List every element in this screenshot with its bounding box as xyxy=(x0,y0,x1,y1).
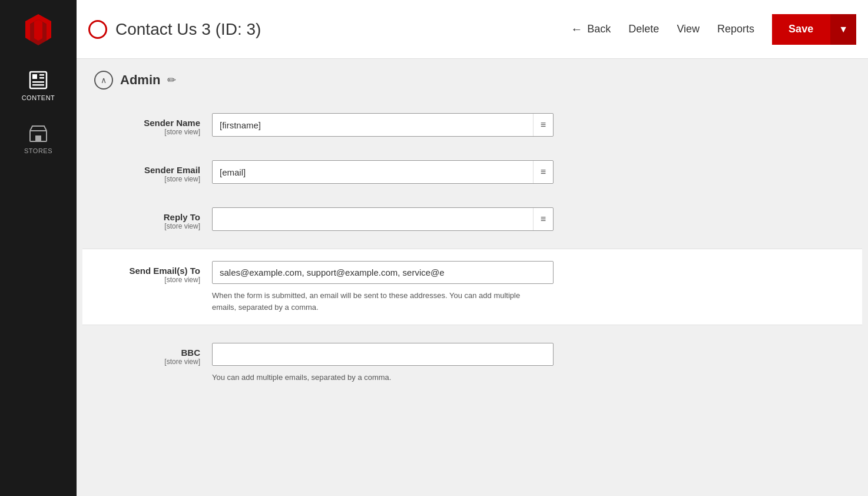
form-field-send-emails-to: When the form is submitted, an email wil… xyxy=(212,261,554,313)
collapse-icon: ∧ xyxy=(101,75,107,85)
sidebar-item-content-label: CONTENT xyxy=(22,94,55,101)
input-wrap-sender-name: ≡ xyxy=(212,113,554,137)
main-area: Contact Us 3 (ID: 3) ← Back Delete View … xyxy=(77,0,868,496)
input-sender-name[interactable] xyxy=(213,114,533,136)
input-menu-icon-sender-name[interactable]: ≡ xyxy=(533,114,553,136)
label-sub-sender-email: [store view] xyxy=(94,175,200,183)
form-label-sender-email: Sender Email[store view] xyxy=(94,160,212,183)
input-send-emails-to[interactable] xyxy=(213,262,553,283)
header: Contact Us 3 (ID: 3) ← Back Delete View … xyxy=(77,0,868,59)
label-main-bbc: BBC xyxy=(94,348,200,358)
form-label-bbc: BBC[store view] xyxy=(94,343,212,366)
page-title: Contact Us 3 (ID: 3) xyxy=(115,20,571,39)
form-row-reply-to: Reply To[store view]≡ xyxy=(94,201,850,237)
svg-rect-4 xyxy=(32,74,37,79)
form-row-sender-name: Sender Name[store view]≡ xyxy=(94,107,850,143)
form-container: Sender Name[store view]≡Sender Email[sto… xyxy=(94,107,850,389)
form-field-bbc: You can add multiple emails, separated b… xyxy=(212,343,554,383)
form-label-send-emails-to: Send Email(s) To[store view] xyxy=(94,261,212,284)
header-actions: ← Back Delete View Reports Save ▼ xyxy=(571,14,856,45)
status-icon xyxy=(88,20,107,39)
form-field-sender-email: ≡ xyxy=(212,160,554,184)
sidebar-item-content[interactable]: CONTENT xyxy=(0,59,77,112)
input-menu-icon-reply-to[interactable]: ≡ xyxy=(533,208,553,230)
sidebar-item-stores-label: STORES xyxy=(24,147,52,154)
section-header: ∧ Admin ✏ xyxy=(94,71,850,90)
input-menu-icon-sender-email[interactable]: ≡ xyxy=(533,161,553,183)
content-area: ∧ Admin ✏ Sender Name[store view]≡Sender… xyxy=(77,59,868,496)
form-row-sender-email: Sender Email[store view]≡ xyxy=(94,154,850,190)
reports-button[interactable]: Reports xyxy=(717,23,754,35)
back-arrow-icon: ← xyxy=(571,22,582,36)
svg-marker-2 xyxy=(34,19,42,41)
edit-icon[interactable]: ✏ xyxy=(167,74,176,87)
form-row-bbc: BBC[store view]You can add multiple emai… xyxy=(94,337,850,389)
save-dropdown-button[interactable]: ▼ xyxy=(830,14,856,45)
save-button-group: Save ▼ xyxy=(772,14,856,45)
svg-rect-7 xyxy=(32,81,44,83)
sidebar-item-stores[interactable]: STORES xyxy=(0,112,77,165)
svg-rect-10 xyxy=(35,135,41,141)
form-label-sender-name: Sender Name[store view] xyxy=(94,113,212,136)
back-button[interactable]: ← Back xyxy=(571,22,611,36)
label-sub-send-emails-to: [store view] xyxy=(94,276,200,284)
delete-button[interactable]: Delete xyxy=(628,23,659,35)
input-wrap-reply-to: ≡ xyxy=(212,207,554,231)
input-bbc[interactable] xyxy=(213,343,553,365)
save-button[interactable]: Save xyxy=(772,14,830,45)
input-wrap-send-emails-to xyxy=(212,261,554,284)
magento-logo-icon xyxy=(21,12,56,47)
form-field-sender-name: ≡ xyxy=(212,113,554,137)
label-sub-reply-to: [store view] xyxy=(94,222,200,230)
form-help-bbc: You can add multiple emails, separated b… xyxy=(212,372,542,383)
stores-icon xyxy=(28,123,49,144)
input-reply-to[interactable] xyxy=(213,209,533,230)
form-help-send-emails-to: When the form is submitted, an email wil… xyxy=(212,290,542,313)
label-main-sender-name: Sender Name xyxy=(94,118,200,128)
form-field-reply-to: ≡ xyxy=(212,207,554,231)
form-row-send-emails-to: Send Email(s) To[store view]When the for… xyxy=(82,249,862,325)
label-main-sender-email: Sender Email xyxy=(94,165,200,175)
content-icon xyxy=(28,70,49,91)
sidebar-logo xyxy=(0,0,77,59)
chevron-down-icon: ▼ xyxy=(839,24,848,34)
input-wrap-bbc xyxy=(212,343,554,366)
form-label-reply-to: Reply To[store view] xyxy=(94,207,212,230)
label-sub-sender-name: [store view] xyxy=(94,128,200,136)
label-sub-bbc: [store view] xyxy=(94,358,200,366)
section-title: Admin xyxy=(120,72,160,88)
svg-rect-5 xyxy=(39,74,44,76)
svg-rect-8 xyxy=(32,84,44,86)
svg-rect-6 xyxy=(39,77,44,79)
input-wrap-sender-email: ≡ xyxy=(212,160,554,184)
view-button[interactable]: View xyxy=(677,23,700,35)
label-main-send-emails-to: Send Email(s) To xyxy=(94,266,200,276)
input-sender-email[interactable] xyxy=(213,161,533,183)
section-collapse-button[interactable]: ∧ xyxy=(94,71,113,90)
label-main-reply-to: Reply To xyxy=(94,212,200,222)
sidebar: CONTENT STORES xyxy=(0,0,77,496)
